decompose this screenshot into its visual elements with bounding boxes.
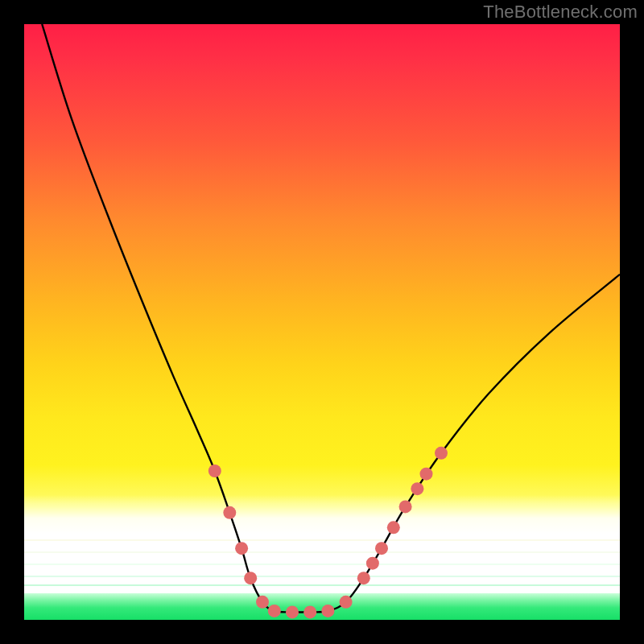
chart-frame: TheBottleneck.com [0, 0, 644, 644]
plot-area [24, 24, 620, 620]
curve-dot [268, 605, 281, 617]
curve-dots-group [208, 447, 448, 619]
curve-dot [223, 506, 236, 519]
curve-dot [435, 447, 448, 460]
curve-dot [235, 542, 248, 555]
curve-dot [366, 557, 379, 570]
curve-dot [399, 500, 412, 513]
curve-dot [256, 596, 269, 609]
curve-dot [357, 572, 370, 584]
curve-layer [24, 24, 620, 620]
curve-dot [303, 605, 316, 618]
watermark-text: TheBottleneck.com [483, 2, 638, 23]
curve-dot [286, 605, 299, 618]
curve-dot [411, 482, 423, 495]
curve-dot [375, 542, 388, 555]
curve-dot [340, 596, 353, 609]
bottleneck-curve [42, 24, 620, 613]
curve-dot [420, 468, 433, 481]
curve-dot [208, 464, 221, 477]
curve-dot [244, 572, 257, 584]
curve-dot [387, 521, 400, 534]
curve-dot [321, 605, 334, 617]
